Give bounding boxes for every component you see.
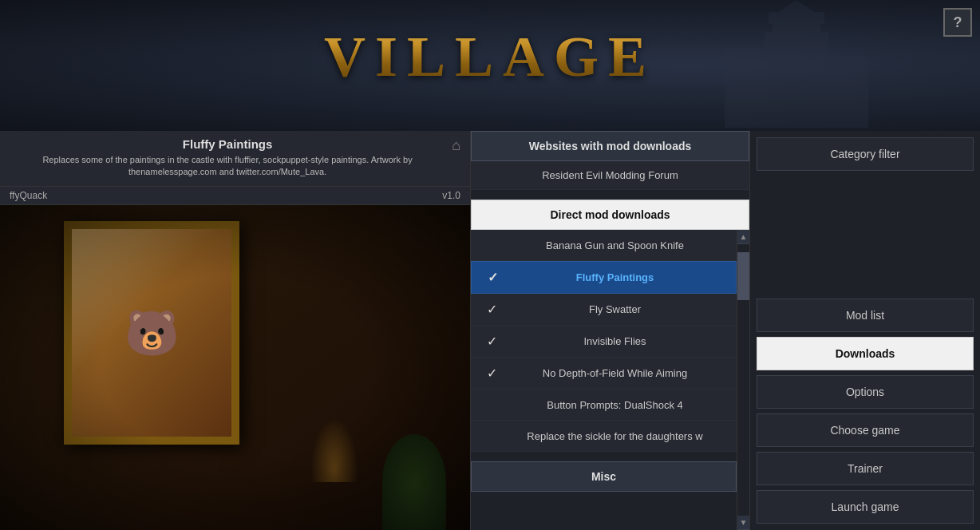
mod-item-fly-swatter[interactable]: ✓ Fly Swatter xyxy=(471,294,737,326)
mod-info-text: Fluffy Paintings Replaces some of the pa… xyxy=(10,137,445,179)
svg-rect-9 xyxy=(820,56,868,128)
checkmark-fluffy: ✓ xyxy=(484,270,500,285)
castle-silhouette-icon xyxy=(677,0,916,128)
mod-list-scroll: Banana Gun and Spoon Knife ✓ Fluffy Pain… xyxy=(471,230,737,530)
right-panel: Category filter Mod list Downloads Optio… xyxy=(750,131,980,530)
game-title: VILLAGE xyxy=(324,24,656,90)
misc-footer[interactable]: Misc xyxy=(471,461,737,492)
checkmark-invisible-flies: ✓ xyxy=(484,334,500,349)
checkmark-no-dof: ✓ xyxy=(484,366,500,381)
nav-spacer-top xyxy=(757,182,974,294)
mod-list-area: Banana Gun and Spoon Knife ✓ Fluffy Pain… xyxy=(471,230,749,530)
scrollbar[interactable]: ▲ ▼ xyxy=(737,230,749,530)
scroll-down-arrow[interactable]: ▼ xyxy=(737,516,749,530)
checkmark-fly-swatter: ✓ xyxy=(484,302,500,317)
nav-options[interactable]: Options xyxy=(757,375,974,409)
scroll-up-arrow[interactable]: ▲ xyxy=(737,230,749,244)
middle-panel: Websites with mod downloads Resident Evi… xyxy=(471,131,750,530)
mod-thumbnail: 🐻 xyxy=(0,205,470,530)
category-filter-button[interactable]: Category filter xyxy=(757,137,974,171)
nav-trainer[interactable]: Trainer xyxy=(757,452,974,485)
left-panel: Fluffy Paintings Replaces some of the pa… xyxy=(0,131,471,530)
mod-item-button-prompts[interactable]: Button Prompts: DualShock 4 xyxy=(471,390,737,421)
painting-scene: 🐻 xyxy=(0,205,470,530)
scroll-track xyxy=(737,244,749,516)
section-spacer-2 xyxy=(471,452,737,461)
svg-rect-1 xyxy=(765,32,828,128)
checkmark-button-prompts xyxy=(484,398,500,412)
mod-author: ffyQuack xyxy=(10,190,47,201)
mod-item-invisible-flies[interactable]: ✓ Invisible Flies xyxy=(471,326,737,358)
nav-downloads[interactable]: Downloads xyxy=(757,337,974,370)
svg-rect-8 xyxy=(761,56,769,68)
svg-rect-5 xyxy=(792,8,800,20)
scroll-thumb[interactable] xyxy=(737,252,749,300)
nav-mod-list[interactable]: Mod list xyxy=(757,299,974,332)
checkmark-replace-sickle xyxy=(484,429,500,443)
main-content: Fluffy Paintings Replaces some of the pa… xyxy=(0,131,980,530)
nav-launch-game[interactable]: Launch game xyxy=(757,490,974,524)
svg-rect-7 xyxy=(721,56,729,68)
mod-title: Fluffy Paintings xyxy=(10,137,445,151)
svg-rect-3 xyxy=(769,12,776,24)
mod-item-banana-gun[interactable]: Banana Gun and Spoon Knife xyxy=(471,230,737,261)
nav-choose-game[interactable]: Choose game xyxy=(757,413,974,447)
mod-meta-row: ffyQuack v1.0 xyxy=(0,187,470,205)
home-icon[interactable]: ⌂ xyxy=(452,137,460,154)
mod-item-no-dof[interactable]: ✓ No Depth-of-Field While Aiming xyxy=(471,358,737,390)
mod-version: v1.0 xyxy=(442,190,460,201)
mod-item-replace-sickle[interactable]: Replace the sickle for the daughters w xyxy=(471,421,737,452)
checkmark-banana xyxy=(484,238,500,252)
mod-info-header: Fluffy Paintings Replaces some of the pa… xyxy=(0,131,470,187)
svg-rect-4 xyxy=(816,12,824,24)
mod-item-fluffy-paintings[interactable]: ✓ Fluffy Paintings xyxy=(471,261,737,294)
direct-downloads-header[interactable]: Direct mod downloads xyxy=(471,200,749,230)
section-spacer-1 xyxy=(471,190,749,200)
mod-description: Replaces some of the paintings in the ca… xyxy=(10,154,445,179)
resident-evil-forum-item[interactable]: Resident Evil Modding Forum xyxy=(471,161,749,190)
help-button[interactable]: ? xyxy=(943,8,972,37)
websites-header[interactable]: Websites with mod downloads xyxy=(471,131,749,161)
